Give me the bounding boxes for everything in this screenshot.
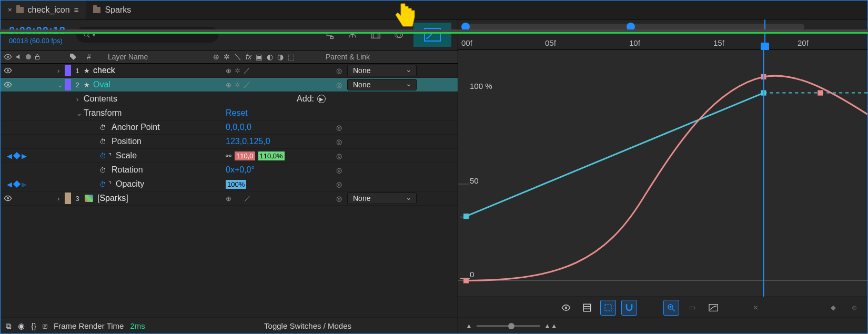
- prev-keyframe-icon[interactable]: ◀: [7, 152, 12, 160]
- graph-editor[interactable]: 100 % 50 0 — —: [458, 50, 867, 297]
- fit-all-icon[interactable]: [705, 300, 721, 316]
- add-menu-icon[interactable]: ▶: [317, 95, 326, 103]
- graph-icon[interactable]: ⌝: [106, 152, 112, 160]
- layer-name[interactable]: check: [90, 66, 115, 75]
- work-area-bar[interactable]: [0, 29, 868, 34]
- chevron-down-icon[interactable]: ⌄: [57, 81, 65, 89]
- frame-blend-icon[interactable]: ⧉: [6, 321, 12, 331]
- layer-name[interactable]: Oval: [90, 80, 110, 89]
- draft-3d-icon[interactable]: [344, 26, 361, 43]
- keyframe-icon[interactable]: [13, 152, 21, 159]
- render-time: 2ms: [130, 321, 145, 330]
- fx-icon[interactable]: ✲: [224, 53, 230, 61]
- pickwhip-icon[interactable]: ◎: [336, 138, 342, 146]
- speaker-icon[interactable]: [15, 53, 23, 60]
- chevron-down-icon[interactable]: ⌄: [76, 109, 84, 117]
- property-value[interactable]: 0,0,0,0: [226, 123, 251, 132]
- stopwatch-icon[interactable]: ⏱: [99, 152, 106, 160]
- separate-dimensions-icon[interactable]: ⤬: [748, 300, 763, 316]
- eye-icon[interactable]: [4, 80, 12, 89]
- eye-icon[interactable]: [4, 66, 12, 75]
- eye-icon[interactable]: [4, 194, 12, 203]
- panel-menu-icon[interactable]: ≡: [74, 5, 79, 14]
- pickwhip-icon[interactable]: ◎: [336, 152, 342, 160]
- keyframe-icon[interactable]: [13, 180, 21, 188]
- stopwatch-icon[interactable]: ⏱: [99, 166, 106, 174]
- motion-blur-col[interactable]: ◐: [267, 53, 273, 61]
- layer-row[interactable]: › 3 [Sparks] ⊕／ ◎ None: [1, 191, 458, 206]
- parent-dropdown[interactable]: None: [347, 193, 417, 204]
- property-value[interactable]: 123,0,125,0: [226, 137, 270, 146]
- pickwhip-icon[interactable]: ◎: [336, 124, 342, 131]
- prev-keyframe-icon[interactable]: ◀: [7, 180, 12, 188]
- time-ruler[interactable]: 00f 05f 10f 15f 20f: [458, 19, 867, 50]
- 3d-col[interactable]: ⬚: [288, 53, 295, 61]
- close-icon[interactable]: ×: [8, 6, 12, 14]
- pickwhip-icon[interactable]: ◎: [336, 81, 342, 89]
- motion-blur-icon[interactable]: ◉: [18, 321, 25, 331]
- snap-icon[interactable]: [621, 300, 637, 316]
- pickwhip-icon[interactable]: ◎: [336, 166, 342, 174]
- svg-rect-36: [709, 304, 718, 311]
- parent-dropdown[interactable]: None: [347, 65, 417, 76]
- pickwhip-icon[interactable]: ◎: [336, 195, 342, 203]
- adjustment-col[interactable]: ◑: [277, 53, 284, 61]
- layer-name[interactable]: [Sparks]: [94, 194, 128, 203]
- label-color[interactable]: [65, 65, 71, 76]
- graph-icon[interactable]: ⌝: [106, 180, 112, 188]
- first-keyframe-marker: —: [460, 272, 470, 284]
- comp-flowchart-icon[interactable]: [321, 26, 338, 43]
- chevron-right-icon[interactable]: ›: [76, 95, 84, 103]
- show-properties-icon[interactable]: [558, 300, 574, 316]
- zoom-in-icon[interactable]: ▲▲: [544, 322, 558, 330]
- stopwatch-icon[interactable]: ⏱: [99, 138, 106, 146]
- cti-head[interactable]: [761, 43, 769, 50]
- tag-icon[interactable]: [69, 53, 77, 61]
- property-value[interactable]: 0x+0,0°: [226, 165, 255, 175]
- svg-point-16: [7, 198, 9, 199]
- next-keyframe-icon[interactable]: ▶: [22, 180, 27, 188]
- shape-layer-icon: ★: [84, 67, 90, 75]
- property-group-row[interactable]: › Contents Add: ▶: [1, 92, 458, 106]
- show-transform-box-icon[interactable]: [600, 300, 616, 316]
- pickwhip-icon[interactable]: ◎: [336, 180, 342, 188]
- zoom-slider[interactable]: [477, 325, 540, 327]
- pickwhip-icon[interactable]: ◎: [336, 67, 342, 75]
- zoom-out-icon[interactable]: ▲: [466, 322, 472, 330]
- collapse-icon[interactable]: ＼: [234, 52, 241, 62]
- layer-row-selected[interactable]: ⌄ 2 ★ Oval ⊕✲／ ◎ None: [1, 78, 458, 92]
- eye-icon[interactable]: [4, 53, 12, 61]
- shy-icon[interactable]: ⊕: [213, 53, 219, 61]
- next-keyframe-icon[interactable]: ▶: [22, 152, 27, 160]
- property-value[interactable]: 100%: [226, 180, 246, 189]
- tab-check-icon[interactable]: × check_icon ≡: [1, 1, 86, 19]
- layer-row[interactable]: › 1 ★ check ⊕✲／ ◎ None: [1, 64, 458, 78]
- auto-zoom-icon[interactable]: [663, 300, 679, 316]
- label-color[interactable]: [65, 79, 71, 90]
- edit-keyframe-icon[interactable]: ◆: [825, 300, 841, 316]
- solo-icon[interactable]: [26, 54, 31, 59]
- fit-selection-icon[interactable]: ▭: [684, 300, 700, 316]
- chevron-right-icon[interactable]: ›: [57, 67, 65, 75]
- tab-sparks[interactable]: Sparks: [86, 1, 138, 19]
- lock-icon[interactable]: [34, 54, 41, 60]
- convert-expression-icon[interactable]: ⎋: [846, 300, 862, 316]
- graph-options-icon[interactable]: [579, 300, 595, 316]
- render-queue-icon[interactable]: ⎚: [43, 321, 47, 330]
- frame-blend-col[interactable]: ▣: [256, 53, 263, 61]
- stopwatch-icon[interactable]: ⏱: [99, 124, 106, 131]
- toggle-switches-button[interactable]: Toggle Switches / Modes: [264, 321, 351, 330]
- brackets-icon[interactable]: {}: [31, 321, 36, 330]
- frame-blend-icon[interactable]: [367, 26, 384, 43]
- property-row: ⏱ Anchor Point 0,0,0,0 ◎: [1, 120, 458, 135]
- link-icon[interactable]: ⚯: [226, 152, 231, 160]
- parent-dropdown[interactable]: None: [347, 79, 417, 90]
- fx-col[interactable]: fx: [246, 53, 251, 61]
- label-color[interactable]: [65, 193, 71, 204]
- reset-link[interactable]: Reset: [226, 108, 248, 118]
- stopwatch-icon[interactable]: ⏱: [99, 180, 106, 188]
- chevron-right-icon[interactable]: ›: [57, 195, 65, 203]
- property-value-x[interactable]: 110,0: [235, 151, 255, 160]
- property-group-row[interactable]: ⌄ Transform Reset: [1, 106, 458, 120]
- property-value-y[interactable]: 110,0%: [258, 151, 285, 160]
